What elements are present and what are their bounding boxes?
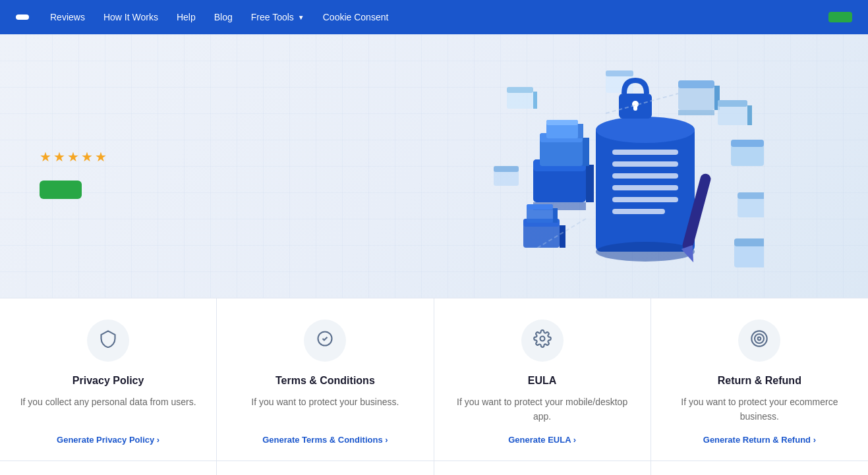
svg-rect-30 — [612, 197, 678, 202]
cards-section-2 — [0, 461, 868, 475]
card-link-eula[interactable]: Generate EULA › — [508, 435, 576, 445]
nav-links: Reviews How It Works Help Blog Free Tool… — [50, 12, 818, 22]
svg-rect-1 — [678, 80, 714, 88]
star-rating: ★ ★ ★ ★ ★ — [40, 149, 107, 165]
svg-rect-29 — [612, 185, 678, 190]
card-terms-conditions[interactable]: Terms & Conditions If you want to protec… — [217, 298, 434, 461]
star-3: ★ — [67, 149, 79, 165]
cards-section: Privacy Policy If you collect any person… — [0, 298, 868, 461]
svg-rect-31 — [612, 209, 665, 214]
svg-rect-26 — [612, 150, 678, 155]
nav-actions — [818, 12, 852, 22]
hero-content: ★ ★ ★ ★ ★ — [40, 133, 409, 199]
rating-row: ★ ★ ★ ★ ★ — [40, 149, 409, 165]
get-started-hero-button[interactable] — [40, 181, 82, 199]
nav-link-blog[interactable]: Blog — [214, 12, 233, 22]
card-privacy-policy[interactable]: Privacy Policy If you collect any person… — [0, 298, 217, 461]
card-partial-0 — [0, 461, 217, 475]
svg-rect-23 — [578, 124, 583, 138]
svg-rect-8 — [507, 87, 533, 93]
card-partial-2 — [434, 461, 651, 475]
card-desc-terms-conditions: If you want to protect your business. — [251, 395, 399, 424]
svg-point-32 — [596, 242, 695, 262]
card-title-eula: EULA — [528, 375, 557, 387]
star-4: ★ — [81, 149, 93, 165]
svg-rect-3 — [678, 110, 714, 115]
svg-rect-51 — [527, 204, 553, 210]
svg-rect-42 — [738, 192, 764, 199]
svg-rect-49 — [560, 225, 565, 248]
nav-link-how-it-works[interactable]: How It Works — [103, 12, 158, 22]
card-icon-wrap-return-refund — [738, 320, 780, 362]
nav-link-help[interactable]: Help — [177, 12, 196, 22]
svg-rect-6 — [747, 105, 752, 125]
svg-point-25 — [596, 117, 695, 143]
star-2: ★ — [53, 149, 65, 165]
nav-link-reviews[interactable]: Reviews — [50, 12, 85, 22]
svg-rect-16 — [586, 165, 594, 202]
card-title-terms-conditions: Terms & Conditions — [275, 375, 375, 387]
svg-rect-22 — [546, 120, 578, 125]
free-tools-dropdown-icon: ▼ — [298, 14, 304, 21]
svg-rect-39 — [731, 140, 764, 147]
svg-rect-13 — [606, 70, 633, 76]
svg-point-56 — [540, 336, 544, 341]
card-icon-privacy-policy — [99, 329, 117, 352]
hero-svg — [474, 61, 764, 271]
star-5: ★ — [95, 149, 107, 165]
svg-point-58 — [755, 334, 764, 343]
card-icon-return-refund — [750, 329, 768, 352]
get-started-nav-button[interactable] — [828, 12, 852, 22]
svg-rect-52 — [553, 208, 558, 223]
svg-rect-27 — [612, 161, 678, 167]
card-desc-return-refund: If you want to protect your ecommerce bu… — [667, 395, 852, 424]
card-link-terms-conditions[interactable]: Generate Terms & Conditions › — [262, 435, 388, 445]
nav-link-free-tools[interactable]: Free Tools ▼ — [251, 12, 304, 22]
svg-rect-9 — [533, 92, 537, 109]
card-desc-eula: If you want to protect your mobile/deskt… — [450, 395, 635, 424]
svg-rect-5 — [718, 100, 747, 107]
svg-point-59 — [758, 337, 761, 340]
svg-rect-45 — [734, 238, 764, 246]
card-partial-3 — [651, 461, 868, 475]
star-1: ★ — [40, 149, 51, 165]
nav-logo[interactable] — [16, 14, 29, 20]
card-partial-1 — [217, 461, 434, 475]
nav-link-cookie-consent[interactable]: Cookie Consent — [323, 12, 389, 22]
card-title-return-refund: Return & Refund — [718, 375, 801, 387]
svg-rect-28 — [612, 173, 678, 179]
card-return-refund[interactable]: Return & Refund If you want to protect y… — [651, 298, 868, 461]
card-link-return-refund[interactable]: Generate Return & Refund › — [703, 435, 816, 445]
svg-rect-20 — [583, 138, 589, 166]
card-icon-eula — [533, 329, 552, 352]
card-eula[interactable]: EULA If you want to protect your mobile/… — [434, 298, 651, 461]
hero-illustration — [409, 61, 828, 271]
card-icon-terms-conditions — [316, 329, 334, 352]
card-icon-wrap-terms-conditions — [304, 320, 346, 362]
card-link-privacy-policy[interactable]: Generate Privacy Policy › — [57, 435, 159, 445]
card-icon-wrap-privacy-policy — [87, 320, 129, 362]
navbar: Reviews How It Works Help Blog Free Tool… — [0, 0, 868, 34]
svg-rect-11 — [494, 166, 519, 172]
hero-section: ★ ★ ★ ★ ★ — [0, 34, 868, 298]
card-title-privacy-policy: Privacy Policy — [72, 375, 144, 387]
card-desc-privacy-policy: If you collect any personal data from us… — [20, 395, 196, 424]
svg-point-57 — [752, 331, 767, 346]
card-icon-wrap-eula — [521, 320, 564, 362]
